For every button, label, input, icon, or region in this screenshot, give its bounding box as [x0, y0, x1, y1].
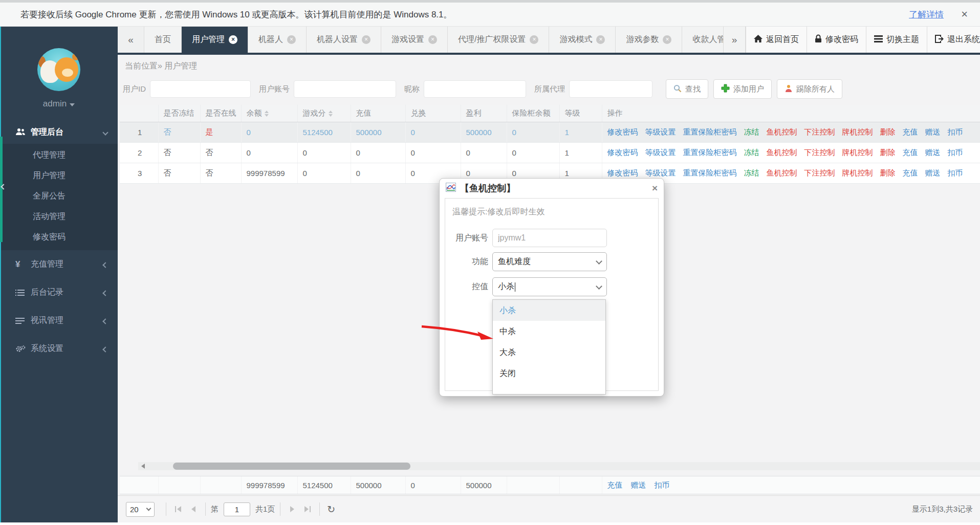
tab-close-icon[interactable]: × [362, 35, 371, 44]
op-recharge[interactable]: 充值 [903, 127, 918, 136]
col-level[interactable]: 等级 [559, 105, 602, 122]
page-size-select[interactable]: 20 [126, 502, 155, 517]
scroll-left-button[interactable] [138, 464, 147, 469]
footer-op-deduct[interactable]: 扣币 [655, 480, 670, 489]
switch-theme-button[interactable]: 切换主题 [866, 27, 927, 53]
op-delete[interactable]: 删除 [880, 127, 896, 136]
op-change-password[interactable]: 修改密码 [607, 168, 638, 177]
op-bet-control[interactable]: 下注控制 [804, 127, 835, 136]
col-online[interactable]: 是否在线 [200, 105, 241, 122]
op-freeze[interactable]: 冻结 [744, 127, 759, 136]
op-bet-control[interactable]: 下注控制 [804, 168, 835, 177]
op-gift[interactable]: 赠送 [925, 168, 941, 177]
op-level-settings[interactable]: 等级设置 [645, 168, 676, 177]
tab-close-icon[interactable]: × [530, 35, 538, 44]
sort-icon[interactable] [329, 111, 333, 117]
table-row[interactable]: 1 否 是 0 5124500 500000 0 500000 0 1 修改密码… [120, 122, 980, 142]
option-medium-kill[interactable]: 中杀 [493, 321, 605, 342]
user-id-input[interactable] [150, 80, 251, 98]
col-safe[interactable]: 保险柜余额 [507, 105, 559, 122]
footer-op-gift[interactable]: 赠送 [631, 480, 646, 489]
account-input[interactable] [492, 229, 607, 247]
sidebar-item-user-mgmt[interactable]: 用户管理 [0, 165, 118, 186]
op-fish-control[interactable]: 鱼机控制 [767, 148, 797, 157]
sidebar-item-activity-mgmt[interactable]: 活动管理 [0, 206, 118, 227]
tab-game-settings[interactable]: 游戏设置× [381, 27, 448, 53]
op-recharge[interactable]: 充值 [903, 148, 918, 157]
col-balance[interactable]: 余额 [241, 105, 297, 122]
agent-input[interactable] [569, 80, 652, 98]
option-big-kill[interactable]: 大杀 [493, 342, 605, 363]
tab-close-icon[interactable]: × [663, 35, 671, 44]
sidebar-collapse-handle[interactable] [0, 180, 7, 193]
sidebar-item-admin-backend[interactable]: 管理后台 [0, 120, 118, 144]
option-small-kill[interactable]: 小杀 [493, 300, 605, 321]
op-freeze[interactable]: 冻结 [744, 168, 759, 177]
sidebar-item-recharge-mgmt[interactable]: ¥ 充值管理 [0, 250, 118, 278]
sidebar-item-video-mgmt[interactable]: 视讯管理 [0, 307, 118, 335]
tab-robot[interactable]: 机器人× [248, 27, 307, 53]
sidebar-item-fullscreen-notice[interactable]: 全屏公告 [0, 186, 118, 206]
op-bet-control[interactable]: 下注控制 [804, 148, 835, 157]
op-gift[interactable]: 赠送 [925, 127, 941, 136]
account-input[interactable] [294, 80, 396, 98]
tabs-scroll-right-button[interactable]: » [723, 27, 746, 53]
search-button[interactable]: 查找 [666, 79, 708, 99]
tabs-scroll-left-button[interactable]: « [118, 27, 144, 53]
op-card-control[interactable]: 牌机控制 [842, 148, 873, 157]
tab-close-icon[interactable]: × [229, 35, 237, 44]
tab-close-icon[interactable]: × [428, 35, 437, 44]
op-delete[interactable]: 删除 [880, 148, 896, 157]
op-fish-control[interactable]: 鱼机控制 [767, 168, 797, 177]
col-profit[interactable]: 盈利 [461, 105, 507, 122]
op-card-control[interactable]: 牌机控制 [842, 168, 873, 177]
banner-close-icon[interactable]: × [961, 9, 968, 20]
op-deduct[interactable]: 扣币 [948, 168, 963, 177]
dialog-header[interactable]: 【鱼机控制】 × [440, 179, 664, 198]
op-change-password[interactable]: 修改密码 [607, 148, 638, 157]
nickname-input[interactable] [424, 80, 526, 98]
page-number-input[interactable] [224, 502, 250, 516]
op-card-control[interactable]: 牌机控制 [842, 127, 873, 136]
sort-icon[interactable] [265, 111, 269, 117]
tab-close-icon[interactable]: × [596, 35, 605, 44]
tab-game-mode[interactable]: 游戏模式× [549, 27, 616, 53]
horizontal-scrollbar[interactable] [138, 462, 980, 470]
op-deduct[interactable]: 扣币 [948, 127, 963, 136]
tab-agent-promo-perms[interactable]: 代理/推广权限设置× [448, 27, 549, 53]
tab-game-params[interactable]: 游戏参数× [616, 27, 682, 53]
op-change-password[interactable]: 修改密码 [607, 127, 638, 136]
back-to-home-button[interactable]: 返回首页 [746, 27, 807, 53]
col-frozen[interactable]: 是否冻结 [158, 105, 200, 122]
learn-more-link[interactable]: 了解详情 [909, 9, 944, 20]
close-icon[interactable]: × [652, 183, 658, 194]
tab-robot-settings[interactable]: 机器人设置× [307, 27, 381, 53]
op-reset-safe-password[interactable]: 重置保险柜密码 [683, 127, 737, 136]
sidebar-item-change-password[interactable]: 修改密码 [0, 227, 118, 247]
control-value-select[interactable]: 小杀 [492, 277, 607, 296]
last-page-button[interactable] [300, 502, 315, 516]
op-level-settings[interactable]: 等级设置 [645, 127, 676, 136]
next-page-button[interactable] [285, 502, 300, 516]
col-exchange[interactable]: 兑换 [405, 105, 461, 122]
user-dropdown[interactable]: admin [0, 99, 118, 109]
sidebar-item-backend-records[interactable]: 后台记录 [0, 278, 118, 307]
op-fish-control[interactable]: 鱼机控制 [767, 127, 797, 136]
logout-button[interactable]: 退出系统 [927, 27, 980, 53]
tab-user-mgmt[interactable]: 用户管理× [182, 27, 248, 53]
op-level-settings[interactable]: 等级设置 [645, 148, 676, 157]
op-gift[interactable]: 赠送 [925, 148, 941, 157]
tab-close-icon[interactable]: × [287, 35, 296, 44]
refresh-icon[interactable]: ↻ [327, 504, 335, 515]
tab-payee-mgmt[interactable]: 收款人管理× [682, 27, 723, 53]
op-deduct[interactable]: 扣币 [948, 148, 963, 157]
avatar[interactable] [37, 48, 80, 91]
op-delete[interactable]: 删除 [880, 168, 896, 177]
op-reset-safe-password[interactable]: 重置保险柜密码 [683, 148, 737, 157]
sidebar-item-system-settings[interactable]: 系统设置 [0, 335, 118, 363]
footer-op-recharge[interactable]: 充值 [607, 480, 623, 489]
function-select[interactable]: 鱼机难度 [492, 252, 607, 271]
op-reset-safe-password[interactable]: 重置保险柜密码 [683, 168, 737, 177]
col-score[interactable]: 游戏分 [297, 105, 351, 122]
prev-page-button[interactable] [186, 502, 201, 516]
